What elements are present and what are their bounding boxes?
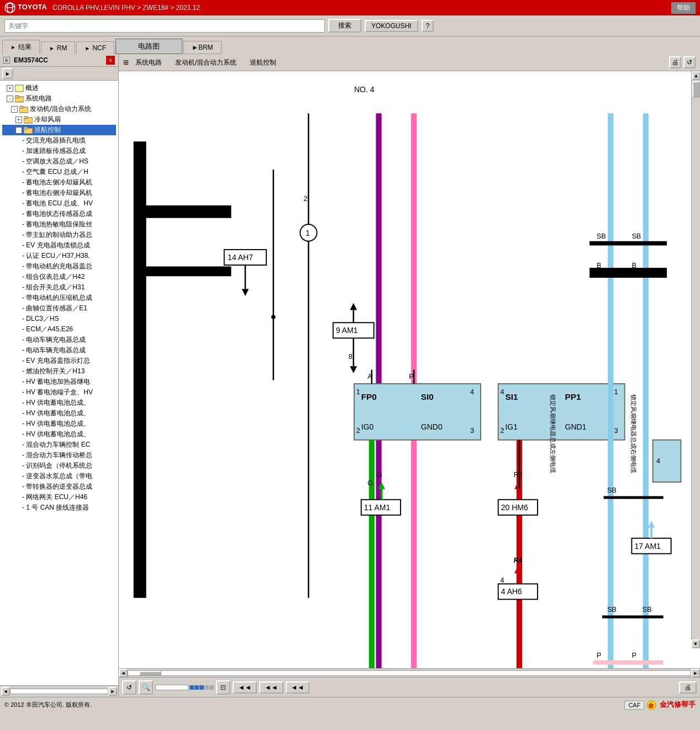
- expand-icon-cruise[interactable]: -: [15, 127, 22, 134]
- expand-icon-cool[interactable]: +: [15, 117, 22, 123]
- expand-icon-sys[interactable]: -: [7, 96, 13, 102]
- tree-item-cruise-control[interactable]: - 巡航控制: [2, 125, 116, 135]
- tree-item-engine-hybrid[interactable]: - 发动机/混合动力系统: [2, 104, 116, 114]
- list-item-combo-switch[interactable]: - 组合开关总成／H31: [2, 282, 116, 293]
- zoom-in-button[interactable]: 🔍: [139, 680, 153, 695]
- list-item-ac-amplifier[interactable]: - 空调放大器总成／HS: [2, 156, 116, 167]
- zoom-dot: [209, 685, 214, 690]
- close-panel-button[interactable]: ×: [106, 56, 115, 65]
- scroll-up-button[interactable]: ▲: [692, 71, 700, 80]
- back-icon-btn[interactable]: ↺: [683, 56, 696, 68]
- list-item-can-connector[interactable]: - 1 号 CAN 接线连接器: [2, 502, 116, 513]
- svg-text:4: 4: [470, 388, 474, 396]
- svg-text:9  AM1: 9 AM1: [336, 326, 358, 335]
- list-item-hybrid-control[interactable]: - 混合动力车辆控制 EC: [2, 440, 116, 450]
- tree-item-cooling-fan[interactable]: + 冷却风扇: [2, 114, 116, 125]
- print-button[interactable]: 🖨: [679, 681, 697, 694]
- nav-next-button[interactable]: ◄◄: [286, 681, 310, 694]
- tab-ncf[interactable]: ►NCF: [76, 41, 114, 54]
- nav-prev-prev-button[interactable]: ◄◄: [233, 681, 257, 694]
- diagram-header: ⊞ 系统电路 发动机/混合动力系统 巡航控制 🖨 ↺: [119, 54, 700, 71]
- list-item-accel-sensor[interactable]: - 加速踏板传感器总成: [2, 146, 116, 156]
- list-item-combo-meter[interactable]: - 组合仪表总成／H42: [2, 272, 116, 282]
- tree-scroll-left[interactable]: ◄: [1, 687, 10, 696]
- folder-icon-cruise: [24, 126, 33, 134]
- search-button[interactable]: 搜索: [328, 19, 361, 33]
- list-item-ac-charger-plug[interactable]: - 交流充电器插孔电缆: [2, 135, 116, 146]
- svg-rect-9: [24, 117, 28, 119]
- folder-icon-cool: [24, 116, 33, 124]
- list-item-air-bag-ecu[interactable]: - 空气囊 ECU 总成／H: [2, 167, 116, 177]
- svg-text:1: 1: [306, 229, 310, 237]
- svg-text:2: 2: [303, 194, 307, 203]
- tree-item-overview[interactable]: + 概述: [2, 83, 116, 93]
- list-item-hv-supply3[interactable]: - HV 供电蓄电池总成、: [2, 419, 116, 429]
- breadcrumb-system: 系统电路: [135, 58, 162, 67]
- list-item-ev-charger-lock[interactable]: - EV 充电器电缆锁总成: [2, 240, 116, 251]
- list-item-dlc3[interactable]: - DLC3／HS: [2, 314, 116, 324]
- tab-circuit[interactable]: 电路图: [115, 39, 182, 54]
- list-item-motor-compressor[interactable]: - 带电动机的压缩机总成: [2, 293, 116, 303]
- nav-prev-button[interactable]: ◄◄: [259, 681, 283, 694]
- svg-text:4: 4: [501, 388, 504, 396]
- list-item-ecm[interactable]: - ECM／A45,E26: [2, 324, 116, 335]
- list-item-battery-right-fan[interactable]: - 蓄电池右侧冷却簸风机: [2, 188, 116, 198]
- scroll-down-button[interactable]: ▼: [691, 639, 700, 648]
- horizontal-scrollbar[interactable]: ◄ ►: [119, 668, 700, 677]
- expand-all-icon[interactable]: ⊞: [3, 57, 10, 64]
- list-item-hv-heater[interactable]: - HV 蓄电池加热器继电: [2, 377, 116, 387]
- yokogushi-button[interactable]: YOKOGUSHI: [365, 20, 418, 32]
- list-item-hybrid-transmission[interactable]: - 混合动力车辆传动桥总: [2, 450, 116, 461]
- breadcrumb-cruise: 巡航控制: [250, 58, 276, 67]
- help-button[interactable]: 帮助: [671, 2, 696, 14]
- svg-rect-5: [15, 96, 19, 98]
- vertical-scrollbar[interactable]: ▲ ▼: [691, 71, 700, 648]
- list-item-brake-booster[interactable]: - 带主缸的制动助力器总: [2, 230, 116, 240]
- h-scroll-thumb[interactable]: [139, 671, 161, 675]
- refresh-button[interactable]: ↺: [122, 680, 136, 695]
- expand-icon[interactable]: +: [7, 85, 13, 92]
- breadcrumb-engine: 发动机/混合动力系统: [175, 58, 236, 67]
- search-input[interactable]: [4, 19, 325, 33]
- list-item-ev-charger2[interactable]: - 电动车辆充电器总成: [2, 345, 116, 356]
- scroll-thumb[interactable]: [692, 81, 700, 98]
- list-item-hv-supply4[interactable]: - HV 供电蓄电池总成、: [2, 429, 116, 440]
- zoom-dots: [190, 685, 214, 690]
- list-item-ev-indicator[interactable]: - EV 充电器盖指示灯总: [2, 356, 116, 366]
- svg-text:GND1: GND1: [565, 422, 587, 431]
- list-item-id-code[interactable]: - 识别码盒（停机系统总: [2, 461, 116, 471]
- list-item-inverter-pump[interactable]: - 逆变器水泵总成（带电: [2, 471, 116, 482]
- svg-text:锁定风扇继电器总成左侧电缆: 锁定风扇继电器总成左侧电缆: [550, 394, 556, 473]
- play-button[interactable]: ►: [2, 68, 13, 79]
- list-item-hv-supply1[interactable]: - HV 供电蓄电池总成、: [2, 398, 116, 408]
- svg-text:P: P: [631, 651, 636, 659]
- print-icon-btn[interactable]: 🖨: [669, 56, 681, 68]
- question-button[interactable]: ?: [422, 20, 434, 32]
- list-item-battery-state[interactable]: - 蓄电池状态传感器总成: [2, 209, 116, 219]
- tree-scroll-right[interactable]: ►: [108, 687, 117, 696]
- list-item-network-gateway[interactable]: - 网络网关 ECU／H46: [2, 492, 116, 502]
- list-item-auth-ecu[interactable]: - 认证 ECU／H37,H38,: [2, 251, 116, 261]
- list-item-motor-charger[interactable]: - 带电动机的充电器盖总: [2, 261, 116, 272]
- expand-icon-eng[interactable]: -: [11, 106, 18, 113]
- svg-text:SI0: SI0: [421, 392, 434, 401]
- list-item-fuel-switch[interactable]: - 燃油控制开关／H13: [2, 366, 116, 377]
- zoom-bar: [155, 685, 188, 690]
- list-item-battery-left-fan[interactable]: - 蓄电池左侧冷却簸风机: [2, 177, 116, 188]
- list-item-inverter-converter[interactable]: - 带转换器的逆变器总成: [2, 482, 116, 492]
- svg-text:SB: SB: [607, 486, 617, 494]
- scroll-left-button[interactable]: ◄: [119, 669, 128, 678]
- list-item-ev-charger1[interactable]: - 电动车辆充电器总成: [2, 335, 116, 345]
- scroll-right-button[interactable]: ►: [691, 669, 700, 678]
- fit-button[interactable]: ⊡: [216, 680, 230, 695]
- list-item-hv-terminal[interactable]: - HV 蓄电池端子盒、HV: [2, 387, 116, 398]
- tab-rm[interactable]: ►RM: [41, 41, 76, 54]
- list-item-hv-supply2[interactable]: - HV 供电蓄电池总成、: [2, 408, 116, 419]
- tree-item-system-circuit[interactable]: - 系统电路: [2, 93, 116, 104]
- list-item-battery-thermal[interactable]: - 蓄电池热敏电阻保险丝: [2, 219, 116, 230]
- tab-results[interactable]: ►结果: [2, 40, 40, 54]
- list-item-crankshaft[interactable]: - 曲轴位置传感器／E1: [2, 303, 116, 314]
- list-item-battery-ecu[interactable]: - 蓄电池 ECU 总成、HV: [2, 198, 116, 209]
- no4-label: NO. 4: [354, 85, 375, 94]
- tab-brm[interactable]: ►BRM: [183, 41, 222, 54]
